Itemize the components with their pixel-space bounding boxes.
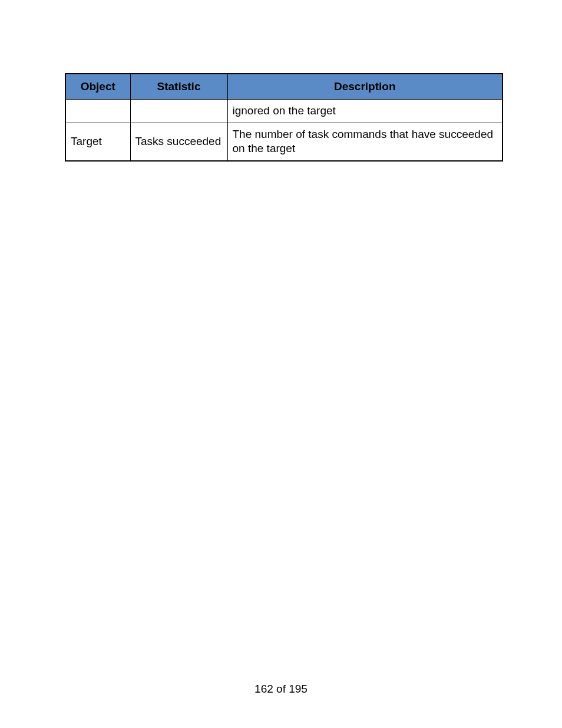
- page-number: 162 of 195: [254, 683, 308, 695]
- page-footer: 162 of 195: [0, 683, 562, 696]
- column-header-object: Object: [65, 74, 130, 100]
- column-header-statistic: Statistic: [130, 74, 227, 100]
- cell-statistic: Tasks succeeded: [130, 123, 227, 161]
- statistics-table: Object Statistic Description ignored on …: [65, 73, 503, 162]
- cell-object: [65, 100, 130, 123]
- cell-description: The number of task commands that have su…: [227, 123, 503, 161]
- cell-object: Target: [65, 123, 130, 161]
- cell-description: ignored on the target: [227, 100, 503, 123]
- table-row: Target Tasks succeeded The number of tas…: [65, 123, 503, 161]
- column-header-description: Description: [227, 74, 503, 100]
- table-row: ignored on the target: [65, 100, 503, 123]
- page-content: Object Statistic Description ignored on …: [0, 0, 562, 162]
- cell-statistic: [130, 100, 227, 123]
- table-header-row: Object Statistic Description: [65, 74, 503, 100]
